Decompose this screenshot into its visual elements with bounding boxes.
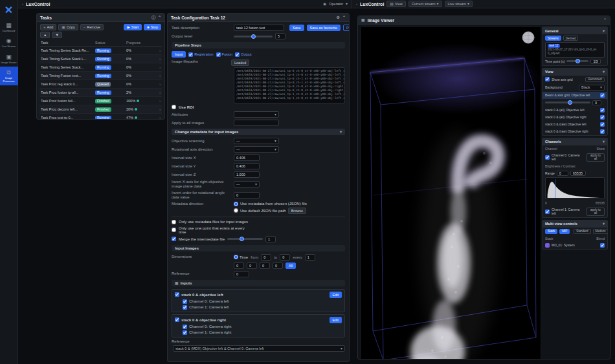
view-menu-button[interactable]: ▤View — [386, 1, 406, 7]
range-min-input[interactable] — [557, 171, 568, 176]
orientation-sphere[interactable] — [522, 32, 534, 43]
attributes-select[interactable]: ▾ — [234, 111, 279, 118]
output-level-slider[interactable] — [234, 36, 273, 37]
range-max-input[interactable] — [570, 171, 586, 176]
channel-checkbox[interactable] — [183, 305, 187, 310]
view-row-stack[interactable]: stack 0 & (all) Objective left — [542, 107, 607, 114]
show-grid-checkbox[interactable] — [545, 77, 550, 81]
reference-input[interactable] — [234, 271, 249, 277]
live-stream-button[interactable]: Live stream▾ — [445, 1, 473, 7]
view-row-beam[interactable]: Beam & axis grid, Objective left — [542, 92, 607, 99]
general-header[interactable]: General ▾ — [542, 27, 607, 34]
dataset-box[interactable]: task 12 2021-08-27_17.23 / uni_tp-0_ch-0… — [545, 42, 605, 58]
invert-order-input[interactable] — [234, 192, 260, 198]
merge-slider[interactable] — [227, 238, 263, 240]
copy-task-button[interactable]: ▣Copy — [58, 24, 78, 30]
multiview-row-checkbox[interactable] — [600, 243, 605, 248]
move-task-down-button[interactable]: ▼ — [52, 32, 62, 38]
objective-scanning-select[interactable]: —▾ — [234, 138, 279, 144]
channel-checkbox[interactable] — [183, 325, 187, 329]
table-row[interactable]: Task Proc deconv left... Finished 20% › — [39, 105, 162, 114]
background-select[interactable]: Black ▾ — [579, 85, 605, 91]
apply-all-input[interactable] — [234, 120, 279, 126]
interval-y-input[interactable] — [234, 163, 260, 169]
radio-default-json[interactable]: Use default JSON file path Browse — [234, 208, 307, 214]
sidebar-item-image-processor[interactable]: ⧉ Image Processor — [0, 67, 18, 85]
view-row-stack[interactable]: stack 0 & (raw) Objective right — [542, 128, 607, 135]
table-row[interactable]: Task Timing Series Stack L... Running 0%… — [39, 55, 162, 63]
back-icon[interactable]: ‹ — [356, 2, 357, 6]
view-row-checkbox[interactable] — [600, 115, 605, 120]
registration-checkbox[interactable] — [188, 52, 193, 57]
view-row-stack[interactable]: stack 0 & (raw) Objective left — [542, 121, 607, 128]
save-favourite-button[interactable]: Save as favourite — [307, 25, 341, 31]
timepoint-slider[interactable] — [566, 60, 588, 62]
user-icon[interactable]: ◉ — [323, 2, 326, 6]
row-chevron-right-icon[interactable]: › — [148, 57, 161, 61]
tab-input[interactable]: Input — [172, 51, 186, 58]
rotational-axis-select[interactable]: —▾ — [234, 146, 279, 153]
task-description-input[interactable] — [234, 25, 284, 31]
beam-opacity-slider[interactable] — [545, 102, 590, 103]
use-roi-checkbox[interactable] — [172, 105, 176, 109]
channel-checkbox[interactable] — [183, 330, 187, 335]
inputs-reference-select[interactable]: stack 0 & (MDX) Objective left & Channel… — [173, 345, 345, 352]
every-input[interactable] — [305, 254, 315, 261]
table-row[interactable]: Task Timing Fusion test... Running 0% › — [39, 72, 162, 80]
tasks-info-icon[interactable]: ⓘ — [151, 16, 155, 19]
remove-task-button[interactable]: −Remove — [80, 24, 104, 30]
range-input-1[interactable] — [247, 262, 257, 269]
move-task-up-button[interactable]: ▲ — [40, 32, 50, 38]
edit-left-button[interactable]: Edit — [330, 292, 342, 298]
multiview-row[interactable]: MD_01: System — [542, 242, 607, 249]
interval-z-input[interactable] — [234, 171, 260, 178]
stop-task-button[interactable]: ■Stop — [144, 24, 161, 30]
channel-checkbox[interactable] — [183, 299, 187, 304]
view-header[interactable]: View ▾ — [542, 69, 607, 76]
output-level-input[interactable] — [275, 33, 285, 39]
view-row-stack[interactable]: stack 0 & (all) Objective right — [542, 114, 607, 121]
apply-to-all-button[interactable]: apply to all — [587, 153, 605, 162]
table-row[interactable]: Task Proc fusion tp-all... Running 2% › — [39, 89, 162, 97]
start-task-button[interactable]: ▶Start — [124, 24, 142, 30]
view-row-checkbox[interactable] — [600, 93, 605, 98]
radio-chosen-json[interactable]: Use metadata from chosen (JSON) file — [234, 202, 307, 206]
sidebar-item-live-stream[interactable]: ◉ Live Stream — [0, 35, 18, 50]
all-button[interactable]: All — [285, 262, 296, 269]
tasks-collapse-icon[interactable]: ⌃ — [158, 16, 161, 19]
table-row[interactable]: Task Timing Series Stack... Running 0% › — [39, 63, 162, 72]
to-input[interactable] — [280, 254, 290, 261]
merge-value-input[interactable] — [265, 236, 276, 242]
mip-mode-button[interactable]: MIP — [559, 229, 570, 234]
metadata-section-header[interactable]: Change metadata for input images ▾ — [172, 129, 345, 135]
multiview-header[interactable]: Multi-view controls ▾ — [542, 220, 607, 228]
config-gear-icon[interactable]: ⚙ — [337, 16, 340, 19]
tab-registration[interactable]: Registration — [188, 52, 213, 57]
time-radio[interactable] — [234, 255, 238, 259]
reconnect-button[interactable]: Reconnect — [585, 77, 605, 82]
config-collapse-icon[interactable]: ⌃ — [342, 16, 346, 19]
back-icon[interactable]: ‹ — [22, 2, 23, 6]
from-input[interactable] — [261, 254, 271, 261]
timepoint-input[interactable] — [590, 59, 601, 64]
current-stream-button[interactable]: Current stream▾ — [408, 1, 442, 7]
stack-right-checkbox[interactable] — [175, 317, 179, 322]
invert-x-axis-select[interactable]: —▾ — [234, 181, 260, 187]
channel-visible-checkbox[interactable] — [545, 155, 550, 160]
app-logo-icon[interactable]: ✕ — [0, 0, 18, 19]
row-chevron-right-icon[interactable]: › — [148, 74, 161, 78]
row-chevron-right-icon[interactable]: › — [148, 116, 161, 120]
sidebar-item-image-viewer[interactable]: ▣ Image Viewer — [0, 51, 18, 67]
histogram[interactable] — [545, 177, 605, 199]
filepaths-tab-loaded[interactable]: Loaded — [231, 59, 249, 66]
range-input-0[interactable] — [234, 262, 244, 269]
stack-mode-button[interactable]: Stack — [545, 229, 557, 234]
viewport-3d[interactable] — [361, 27, 541, 359]
range-input-3[interactable] — [273, 262, 283, 269]
only-metadata-files-checkbox[interactable] — [172, 220, 176, 224]
row-chevron-right-icon[interactable]: › — [148, 65, 161, 69]
apply-to-all-button[interactable]: apply to all — [587, 208, 605, 216]
dimension-mode-time[interactable]: Time — [234, 255, 248, 259]
image-filepaths-textarea[interactable]: /mnt/DATA/2021-08-27/raw/uni_tp-0_ch-0_s… — [234, 67, 345, 103]
browse-button[interactable]: Browse — [288, 208, 306, 214]
